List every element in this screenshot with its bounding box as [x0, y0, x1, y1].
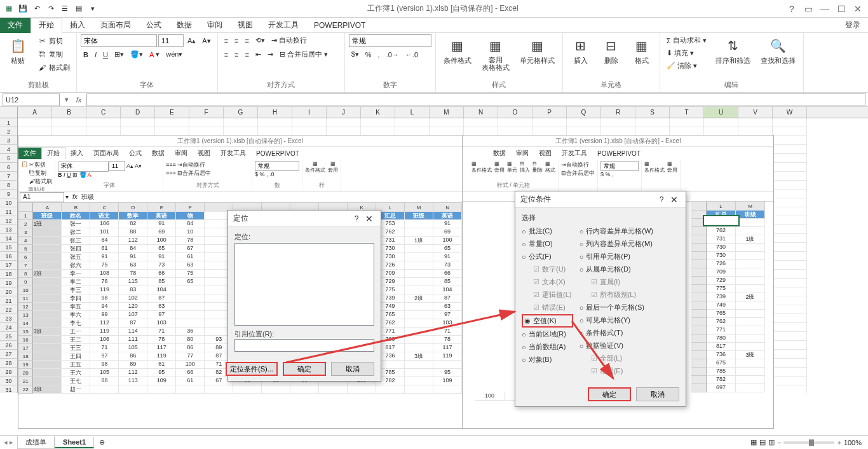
cell[interactable]	[395, 118, 430, 127]
table-format-button[interactable]: ▦套用表格格式	[478, 34, 513, 73]
row-header-8[interactable]: 8	[0, 181, 18, 190]
number-format-select[interactable]	[349, 34, 431, 47]
row-header-4[interactable]: 4	[0, 145, 18, 154]
cell[interactable]	[773, 368, 807, 376]
zoom-control[interactable]: ▦ ▤ ▥ − + 100%	[750, 438, 868, 446]
special-cancel-button[interactable]: 取消	[636, 387, 679, 401]
cell[interactable]	[773, 225, 807, 234]
indent-dec-icon[interactable]: ⇤	[253, 48, 264, 60]
spec-left-option-8[interactable]: ○当前区域(R)	[522, 328, 573, 340]
align-center-icon[interactable]: ≡	[232, 48, 241, 60]
row-header-9[interactable]: 9	[0, 190, 18, 198]
row-header-23[interactable]: 23	[0, 314, 18, 323]
spec-left-option-3[interactable]: ☑数字(U)	[533, 263, 573, 275]
cell[interactable]	[601, 118, 635, 127]
cell[interactable]	[773, 350, 807, 359]
cell[interactable]	[704, 216, 738, 225]
spec-left-option-0[interactable]: ○批注(C)	[522, 225, 573, 237]
row-header-3[interactable]: 3	[0, 136, 18, 145]
col-header-G[interactable]: G	[224, 107, 258, 118]
tab-data[interactable]: 数据	[169, 18, 200, 33]
row-header-31[interactable]: 31	[0, 385, 18, 393]
col-header-M[interactable]: M	[430, 107, 464, 118]
cell[interactable]	[52, 118, 86, 127]
cell[interactable]	[773, 118, 807, 127]
goto-dialog-help-icon[interactable]: ?	[350, 214, 363, 223]
special-dialog-close-icon[interactable]: ✕	[668, 195, 681, 205]
row-header-11[interactable]: 11	[0, 207, 18, 216]
insert-cells-button[interactable]: ⊞插入	[567, 34, 595, 67]
col-header-L[interactable]: L	[395, 107, 430, 118]
formula-input[interactable]	[86, 93, 865, 106]
spec-right-option-0[interactable]: ○行内容差异单元格(W)	[580, 225, 653, 237]
help-icon[interactable]: ?	[784, 3, 799, 15]
cell[interactable]	[773, 305, 807, 314]
italic-button[interactable]: I	[92, 49, 99, 60]
sort-filter-button[interactable]: ⇅排序和筛选	[712, 34, 754, 67]
view-normal-icon[interactable]: ▦	[750, 438, 757, 446]
cell[interactable]	[773, 198, 807, 207]
font-size-select[interactable]	[158, 34, 184, 47]
col-header-E[interactable]: E	[155, 107, 189, 118]
spec-left-option-6[interactable]: ☑错误(E)	[533, 301, 573, 314]
cell[interactable]	[121, 118, 155, 127]
col-header-Q[interactable]: Q	[567, 107, 601, 118]
spec-right-option-4[interactable]: ☑直属(I)	[591, 276, 653, 288]
cell[interactable]	[773, 252, 807, 261]
name-box[interactable]: U12	[3, 93, 60, 106]
format-painter-button[interactable]: 🖌格式刷	[34, 61, 72, 74]
row-header-27[interactable]: 27	[0, 350, 18, 359]
goto-special-button[interactable]: 定位条件(S)...	[226, 362, 278, 376]
inc-decimal-icon[interactable]: .0→	[384, 49, 402, 60]
font-color-button[interactable]: A▾	[147, 49, 162, 60]
maximize-icon[interactable]: ☐	[834, 3, 849, 15]
redo-icon[interactable]: ↷	[44, 3, 57, 15]
row-header-10[interactable]: 10	[0, 198, 18, 207]
goto-ref-input[interactable]	[234, 339, 374, 352]
cell[interactable]	[773, 207, 807, 216]
cell[interactable]	[704, 118, 738, 127]
cell[interactable]	[773, 163, 807, 172]
row-header-16[interactable]: 16	[0, 252, 18, 261]
spec-left-option-1[interactable]: ○常量(O)	[522, 238, 573, 250]
row-header-5[interactable]: 5	[0, 154, 18, 163]
cell[interactable]	[773, 181, 807, 190]
save-icon[interactable]: 💾	[17, 3, 29, 15]
sheet-tab-1[interactable]: 成绩单	[17, 436, 55, 449]
cell[interactable]	[86, 118, 121, 127]
sheet-nav[interactable]: ◂ ▸	[0, 438, 17, 446]
spec-left-option-2[interactable]: ○公式(F)	[522, 251, 573, 263]
cell[interactable]	[773, 359, 807, 368]
cell[interactable]	[773, 127, 807, 136]
tab-powerpivot[interactable]: POWERPIVOT	[306, 18, 373, 33]
col-header-R[interactable]: R	[601, 107, 635, 118]
cell[interactable]	[773, 287, 807, 296]
special-dialog-titlebar[interactable]: 定位条件 ? ✕	[515, 191, 686, 208]
cell[interactable]	[532, 118, 567, 127]
copy-button[interactable]: ⿻复制	[34, 48, 72, 60]
row-header-6[interactable]: 6	[0, 163, 18, 172]
minimize-icon[interactable]: —	[817, 3, 832, 15]
col-header-K[interactable]: K	[361, 107, 395, 118]
cell[interactable]	[189, 118, 224, 127]
spec-right-option-9[interactable]: ○数据验证(V)	[580, 340, 653, 352]
spec-right-option-6[interactable]: ○最后一个单元格(S)	[580, 301, 653, 314]
row-header-12[interactable]: 12	[0, 216, 18, 225]
qat-dropdown-icon[interactable]: ▾	[86, 3, 99, 15]
col-header-S[interactable]: S	[635, 107, 670, 118]
spec-right-option-8[interactable]: ○条件格式(T)	[580, 327, 653, 339]
col-header-U[interactable]: U	[704, 107, 738, 118]
cell[interactable]	[224, 118, 258, 127]
cond-format-button[interactable]: ▦条件格式	[440, 34, 475, 67]
spec-right-option-1[interactable]: ○列内容差异单元格(M)	[580, 238, 653, 250]
col-header-W[interactable]: W	[773, 107, 807, 118]
goto-dialog-titlebar[interactable]: 定位 ? ✕	[228, 211, 381, 227]
cell[interactable]	[773, 296, 807, 305]
fill-button[interactable]: ⬇ 填充▾	[664, 47, 709, 59]
fill-color-button[interactable]: 🪣▾	[128, 49, 146, 60]
close-icon[interactable]: ✕	[850, 3, 865, 15]
col-header-C[interactable]: C	[86, 107, 121, 118]
cell[interactable]	[361, 118, 395, 127]
row-header-29[interactable]: 29	[0, 368, 18, 376]
autosum-button[interactable]: Σ 自动求和▾	[664, 34, 709, 46]
